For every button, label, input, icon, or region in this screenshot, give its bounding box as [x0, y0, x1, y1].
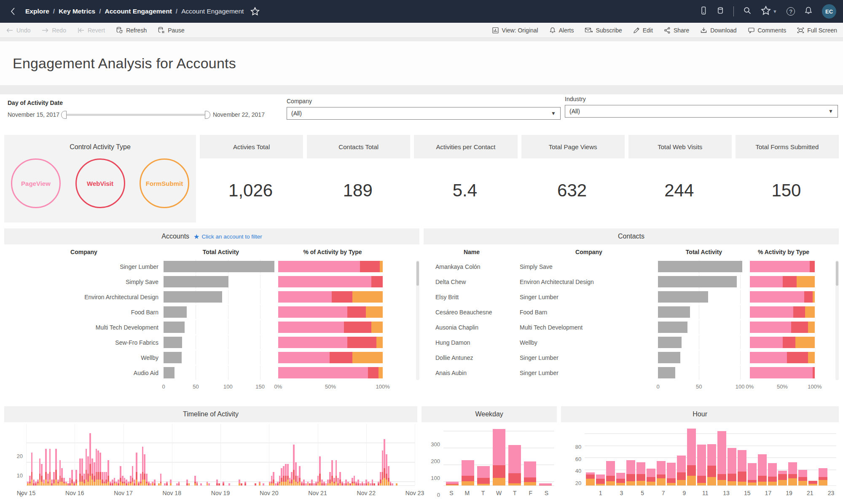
total-activity-bar-cell[interactable]: [658, 260, 750, 273]
stacked-bar[interactable]: [29, 476, 31, 485]
stacked-bar[interactable]: [63, 478, 65, 485]
stacked-bar[interactable]: [303, 480, 305, 485]
stacked-bar[interactable]: [293, 445, 295, 485]
stacked-bar[interactable]: [273, 472, 274, 485]
stacked-bar[interactable]: [39, 458, 41, 485]
company-select[interactable]: (All) ▼: [287, 107, 561, 120]
stacked-bar[interactable]: [798, 470, 807, 485]
stacked-bar[interactable]: [170, 480, 172, 485]
total-activity-bar-cell[interactable]: [164, 290, 278, 304]
stacked-bar[interactable]: [586, 472, 595, 485]
stacked-bar[interactable]: [380, 472, 381, 485]
stacked-bar[interactable]: [462, 460, 474, 485]
alerts-button[interactable]: Alerts: [549, 27, 574, 34]
stacked-bar[interactable]: [311, 480, 313, 485]
stacked-bar[interactable]: [51, 480, 53, 485]
table-row[interactable]: Hung DamonWellby: [424, 335, 839, 349]
stacked-bar[interactable]: [271, 476, 273, 485]
industry-select[interactable]: (All) ▼: [565, 105, 838, 118]
stacked-bar[interactable]: [788, 462, 797, 485]
stacked-bar[interactable]: [81, 458, 83, 485]
pct-activity-bar-cell[interactable]: [278, 335, 387, 349]
stacked-bar[interactable]: [150, 483, 152, 485]
stacked-bar[interactable]: [327, 480, 329, 485]
stacked-bar[interactable]: [352, 478, 353, 485]
table-row[interactable]: Sew-Fro Fabrics: [4, 335, 419, 349]
stacked-bar[interactable]: [341, 482, 343, 485]
pct-activity-bar[interactable]: [750, 306, 817, 318]
stacked-bar[interactable]: [307, 482, 309, 485]
stacked-bar[interactable]: [337, 478, 339, 485]
stacked-bar[interactable]: [110, 482, 111, 485]
slider-handle-end[interactable]: [205, 111, 210, 119]
control-circle-webvisit[interactable]: WebVisit: [75, 158, 125, 208]
favorites-menu[interactable]: ▼: [761, 5, 777, 17]
pct-activity-bar[interactable]: [750, 352, 817, 363]
stacked-bar[interactable]: [345, 480, 347, 485]
stacked-bar[interactable]: [79, 458, 81, 485]
stacked-bar[interactable]: [208, 483, 210, 485]
view-button[interactable]: View: Original: [492, 27, 538, 34]
help-icon[interactable]: ?: [787, 7, 795, 16]
stacked-bar[interactable]: [758, 454, 767, 485]
scrollbar-thumb[interactable]: [836, 261, 838, 286]
stacked-bar[interactable]: [89, 433, 91, 485]
total-activity-bar[interactable]: [164, 367, 175, 378]
stacked-bar[interactable]: [277, 482, 279, 485]
stacked-bar[interactable]: [105, 472, 107, 485]
stacked-bar[interactable]: [83, 474, 85, 485]
refresh-button[interactable]: Refresh: [116, 27, 147, 34]
pause-button[interactable]: Pause: [158, 27, 185, 34]
stacked-bar[interactable]: [291, 472, 293, 485]
stacked-bar[interactable]: [368, 482, 369, 485]
total-activity-bar-cell[interactable]: [164, 351, 278, 365]
stacked-bar[interactable]: [128, 482, 129, 485]
stacked-bar[interactable]: [362, 482, 363, 485]
pct-activity-bar[interactable]: [278, 261, 387, 272]
table-row[interactable]: Cesáreo BeauchesneFood Barn: [424, 305, 839, 319]
stacked-bar[interactable]: [160, 474, 162, 485]
stacked-bar[interactable]: [136, 453, 137, 485]
stacked-bar[interactable]: [299, 466, 301, 485]
total-activity-bar[interactable]: [164, 352, 182, 363]
stacked-bar[interactable]: [196, 482, 198, 485]
stacked-bar[interactable]: [596, 475, 605, 485]
pct-activity-bar-cell[interactable]: [750, 275, 817, 289]
stacked-bar[interactable]: [313, 483, 315, 485]
stacked-bar[interactable]: [75, 470, 77, 485]
stacked-bar[interactable]: [31, 453, 33, 485]
stacked-bar[interactable]: [49, 449, 51, 485]
pct-activity-bar[interactable]: [278, 291, 387, 303]
stacked-bar[interactable]: [384, 439, 385, 485]
subscribe-button[interactable]: Subscribe: [585, 27, 622, 34]
redo-button[interactable]: Redo: [41, 27, 66, 34]
stacked-bar[interactable]: [283, 466, 285, 485]
table-row[interactable]: Amankaya ColónSimply Save: [424, 260, 839, 273]
stacked-bar[interactable]: [120, 466, 121, 485]
stacked-bar[interactable]: [365, 480, 367, 485]
stacked-bar[interactable]: [114, 478, 115, 485]
stacked-bar[interactable]: [146, 474, 148, 485]
total-activity-bar-cell[interactable]: [164, 366, 278, 380]
stacked-bar[interactable]: [287, 464, 289, 485]
breadcrumb-item[interactable]: Account Engagement: [105, 8, 172, 15]
avatar[interactable]: EC: [822, 4, 836, 19]
contacts-scrollbar[interactable]: [835, 260, 839, 380]
stacked-bar[interactable]: [275, 483, 277, 485]
stacked-bar[interactable]: [301, 482, 303, 485]
stacked-bar[interactable]: [677, 456, 686, 485]
stacked-bar[interactable]: [138, 482, 140, 485]
stacked-bar[interactable]: [194, 476, 196, 485]
stacked-bar[interactable]: [717, 431, 726, 485]
stacked-bar[interactable]: [281, 468, 282, 485]
stacked-bar[interactable]: [657, 461, 666, 485]
stacked-bar[interactable]: [349, 483, 351, 485]
stacked-bar[interactable]: [354, 476, 355, 485]
stacked-bar[interactable]: [228, 483, 230, 485]
stacked-bar[interactable]: [390, 482, 392, 485]
table-row[interactable]: Delta ChewEnviron Architectural Design: [424, 275, 839, 289]
pct-activity-bar[interactable]: [750, 276, 817, 287]
comments-button[interactable]: Comments: [748, 27, 787, 34]
pct-activity-bar-cell[interactable]: [278, 275, 387, 289]
stacked-bar[interactable]: [126, 480, 127, 485]
